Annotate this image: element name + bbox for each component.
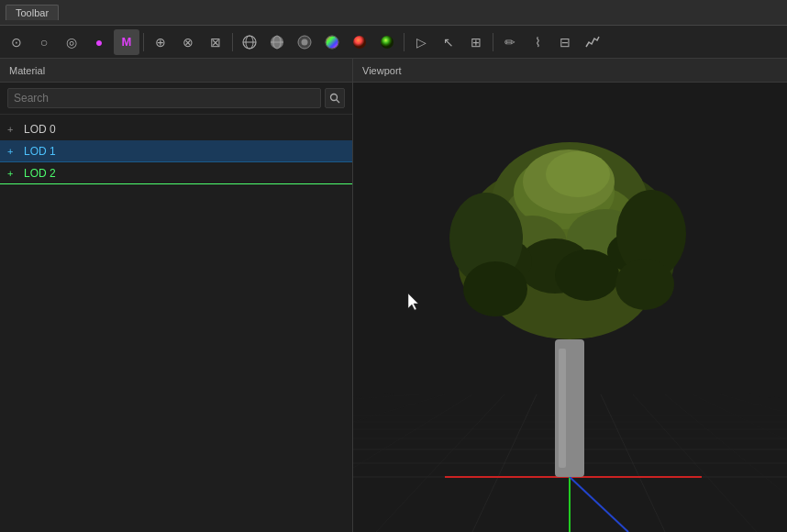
dots-icon[interactable]: ⊕: [148, 29, 173, 55]
dots2-icon[interactable]: ⊗: [175, 29, 201, 55]
pen-icon[interactable]: ✏: [497, 29, 523, 55]
search-container: [0, 83, 352, 115]
lod-list: + LOD 0 + LOD 1 + LOD 2: [0, 115, 352, 532]
color-gradient-icon[interactable]: [374, 29, 400, 55]
expand-icon-lod2: +: [7, 168, 18, 179]
circle-icon[interactable]: ○: [31, 29, 57, 55]
viewport-content[interactable]: LOD0 Draw calls: 2 Triangles: 47 084 Ver…: [353, 83, 787, 532]
grid-view-icon[interactable]: ⊞: [463, 29, 489, 55]
sphere-checker-icon[interactable]: [292, 29, 317, 55]
stamp-icon[interactable]: ⊟: [552, 29, 578, 55]
svg-line-13: [337, 100, 340, 104]
main-layout: Material + LOD 0 + LOD 1 + LO: [0, 59, 787, 532]
cursor-tool-icon[interactable]: ↖: [436, 29, 461, 55]
expand-icon-lod0: +: [7, 124, 18, 135]
color-ball-icon[interactable]: [347, 29, 372, 55]
toolbar-tab-bar: Toolbar: [0, 0, 787, 26]
chart-icon[interactable]: [580, 29, 605, 55]
lod-item-0[interactable]: + LOD 0: [0, 118, 352, 140]
lod1-label: LOD 1: [24, 145, 56, 158]
search-icon: [329, 93, 340, 104]
dots3-icon[interactable]: ⊠: [203, 29, 228, 55]
play-icon[interactable]: ▷: [408, 29, 434, 55]
dot-icon[interactable]: ⊙: [4, 29, 29, 55]
color-wheel-icon[interactable]: [319, 29, 345, 55]
magenta-circle-icon[interactable]: ●: [86, 29, 112, 55]
m-icon[interactable]: M: [114, 29, 139, 55]
trunk-highlight: [559, 349, 566, 468]
left-panel: Material + LOD 0 + LOD 1 + LO: [0, 59, 353, 532]
foliage-outer-lower-left: [463, 261, 527, 316]
foliage-outer-lower-right: [615, 259, 674, 310]
globe-solid-icon[interactable]: [264, 29, 290, 55]
lod0-label: LOD 0: [24, 123, 56, 136]
toolbar-tab[interactable]: Toolbar: [6, 5, 59, 20]
ring-icon[interactable]: ◎: [59, 29, 84, 55]
path-icon[interactable]: ⌇: [525, 29, 550, 55]
separator-1: [143, 33, 144, 51]
svg-point-9: [326, 36, 338, 49]
separator-4: [493, 33, 493, 51]
lod2-label: LOD 2: [24, 167, 56, 180]
lod-item-1[interactable]: + LOD 1: [0, 140, 352, 162]
svg-point-12: [331, 94, 338, 101]
separator-2: [232, 33, 233, 51]
material-tab[interactable]: Material: [0, 59, 352, 83]
globe-wire-icon[interactable]: [237, 29, 262, 55]
tree-visualization: [353, 83, 787, 532]
search-input[interactable]: [7, 88, 321, 108]
lod-item-2[interactable]: + LOD 2: [0, 162, 352, 184]
foliage-top-brightest: [546, 151, 610, 197]
svg-point-10: [353, 36, 366, 49]
svg-point-7: [302, 39, 308, 45]
viewport-panel: Viewport LOD0 Draw calls: 2 Triangles: 4…: [353, 59, 787, 532]
search-button[interactable]: [325, 88, 345, 108]
separator-3: [404, 33, 405, 51]
expand-icon-lod1: +: [7, 146, 18, 157]
svg-point-11: [381, 36, 394, 49]
toolbar-icons-row: ⊙ ○ ◎ ● M ⊕ ⊗ ⊠: [0, 26, 787, 59]
viewport-tab[interactable]: Viewport: [353, 59, 787, 83]
